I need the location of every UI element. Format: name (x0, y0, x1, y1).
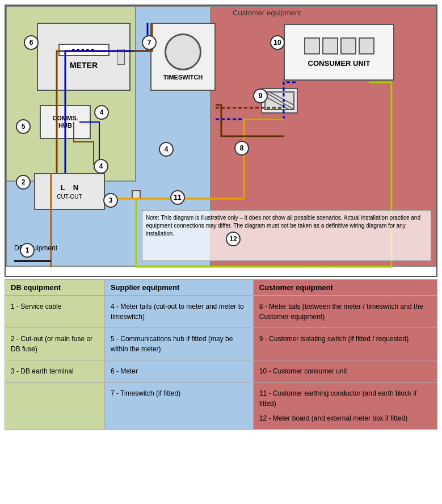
consumer-slots (304, 37, 374, 54)
circle-9: 9 (253, 89, 268, 103)
db-item-1: 1 - Service cable (11, 301, 99, 312)
table-row-2: 2 - Cut-out (or main fuse or DB fuse) 5 … (5, 328, 437, 360)
table-row-1: 1 - Service cable 4 - Meter tails (cut-o… (5, 296, 437, 328)
cutout-n: N (73, 183, 78, 192)
timeswitch-component: TIMESWITCH (150, 23, 216, 91)
consumer-unit-component: CONSUMER UNIT (284, 24, 394, 81)
cutout-l: L (61, 183, 65, 192)
circle-6: 6 (24, 35, 39, 50)
consumer-slot-3 (340, 37, 356, 54)
circle-11: 11 (170, 190, 185, 205)
circle-2: 2 (16, 175, 31, 190)
table-row-3: 3 - DB earth terminal 6 - Meter 10 - Cus… (5, 360, 437, 383)
circle-8: 8 (234, 141, 249, 156)
timeswitch-circle (165, 33, 201, 70)
timeswitch-label: TIMESWITCH (163, 74, 203, 81)
cutout-component: L N CUT-OUT (34, 173, 105, 210)
supplier-item-1: 4 - Meter tails (cut-out to meter and me… (111, 301, 247, 322)
circle-3: 3 (103, 193, 118, 208)
db-item-3: 3 - DB earth terminal (11, 366, 99, 376)
header-db: DB equipment (5, 280, 105, 296)
circle-10: 10 (270, 35, 285, 50)
customer-item-1: 8 - Meter tails (between the meter / tim… (259, 301, 431, 322)
isolator-svg (264, 91, 295, 111)
td-supplier-4: 7 - Timeswitch (if fitted) (104, 383, 253, 430)
td-db-1: 1 - Service cable (5, 296, 105, 328)
supplier-item-2: 5 - Communications hub if fitted (may be… (111, 334, 247, 354)
td-db-4 (5, 383, 105, 430)
meter-display: ■■■■■ (58, 44, 110, 56)
supplier-item-4: 7 - Timeswitch (if fitted) (111, 388, 247, 398)
td-customer-2: 9 - Customer isolating switch (if fitted… (253, 328, 437, 360)
cutout-ln: L N (61, 183, 78, 192)
consumer-slot-1 (304, 37, 320, 54)
circle-4a: 4 (94, 159, 108, 174)
td-supplier-3: 6 - Meter (104, 360, 253, 383)
meter-component: ■■■■■ METER (37, 23, 131, 91)
main-container: Customer equipment ■■■■■ METER TIMESWITC… (0, 0, 442, 434)
legend-table: DB equipment Supplier equipment Customer… (5, 279, 437, 430)
circle-4b: 4 (159, 142, 174, 157)
circle-12: 12 (226, 232, 241, 246)
header-supplier: Supplier equipment (104, 280, 253, 296)
circle-7: 7 (142, 35, 157, 50)
meter-label: METER (70, 61, 98, 70)
supplier-item-3: 6 - Meter (111, 366, 247, 376)
meter-small-rect (117, 49, 125, 65)
consumer-slot-4 (359, 37, 374, 54)
customer-item-4: 11 - Customer earthing conductor (and ea… (259, 388, 431, 409)
diagram-note: Note: This diagram is illustrative only … (142, 210, 431, 261)
td-db-3: 3 - DB earth terminal (5, 360, 105, 383)
circle-1: 1 (20, 243, 35, 258)
consumer-unit-label: CONSUMER UNIT (308, 59, 371, 68)
td-customer-3: 10 - Customer consumer unit (253, 360, 437, 383)
td-supplier-2: 5 - Communications hub if fitted (may be… (104, 328, 253, 360)
wiring-diagram: Customer equipment ■■■■■ METER TIMESWITC… (5, 5, 437, 277)
db-item-2: 2 - Cut-out (or main fuse or DB fuse) (11, 334, 99, 354)
customer-zone-label: Customer equipment (233, 9, 301, 17)
td-customer-4: 11 - Customer earthing conductor (and ea… (253, 383, 437, 430)
connector-square (132, 190, 141, 199)
td-customer-1: 8 - Meter tails (between the meter / tim… (253, 296, 437, 328)
comms-hub-component: COMMS.HUB (40, 105, 91, 139)
circle-5: 5 (16, 119, 31, 134)
customer-item-3: 10 - Customer consumer unit (259, 366, 431, 376)
consumer-slot-2 (322, 37, 338, 54)
cutout-label: CUT-OUT (57, 194, 82, 200)
circle-4c: 4 (94, 105, 109, 120)
customer-item-2: 9 - Customer isolating switch (if fitted… (259, 334, 431, 344)
td-db-2: 2 - Cut-out (or main fuse or DB fuse) (5, 328, 105, 360)
customer-item-5: 12 - Meter board (and external meter box… (259, 413, 431, 423)
td-supplier-1: 4 - Meter tails (cut-out to meter and me… (104, 296, 253, 328)
table-row-4: 7 - Timeswitch (if fitted) 11 - Customer… (5, 383, 437, 430)
header-customer: Customer equipment (253, 280, 437, 296)
